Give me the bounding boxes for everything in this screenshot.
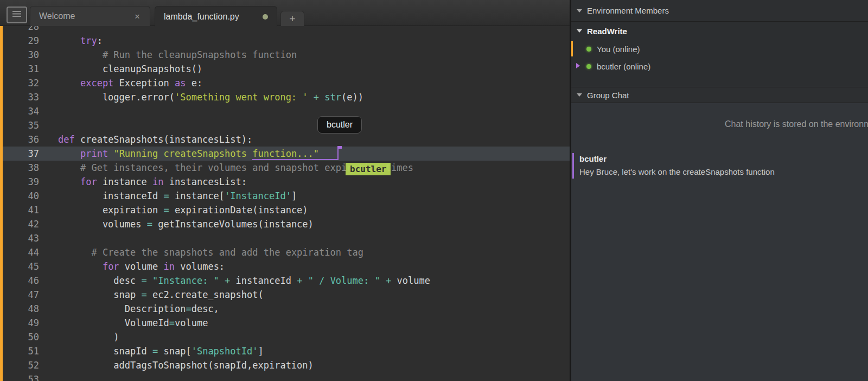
member-name: You (online) xyxy=(597,45,640,54)
chevron-down-icon xyxy=(577,9,582,12)
member-you-bar xyxy=(571,41,573,56)
code-line-53[interactable]: 53 xyxy=(0,372,570,381)
panes-menu-button[interactable] xyxy=(7,7,27,23)
modified-dot-icon xyxy=(263,14,268,20)
code-line-35[interactable]: 35 xyxy=(0,118,570,132)
new-tab-button[interactable]: + xyxy=(280,11,304,27)
collab-cursor-tooltip: bcutler xyxy=(317,116,362,134)
line-number: 47 xyxy=(0,288,42,302)
line-number: 46 xyxy=(0,274,42,288)
code-editor[interactable]: 2829 try:30 # Run the cleanupSnapshots f… xyxy=(0,26,570,381)
line-number: 44 xyxy=(0,245,42,259)
code-text: snap = ec2.create_snapshot( xyxy=(42,288,264,302)
code-line-36[interactable]: 36def createSnapshots(instancesList): xyxy=(0,132,570,147)
code-text: cleanupSnapshots() xyxy=(42,62,202,76)
panel-divider xyxy=(571,75,868,87)
line-number: 53 xyxy=(0,372,42,381)
chat-history[interactable]: Chat history is stored on the environmen… xyxy=(571,103,868,381)
code-line-33[interactable]: 33 logger.error('Something went wrong: '… xyxy=(0,90,570,104)
collaborate-panel: Environment Members ReadWrite You (onlin… xyxy=(570,0,868,381)
panes-icon xyxy=(11,10,22,20)
code-line-34[interactable]: 34 xyxy=(0,104,570,118)
code-line-44[interactable]: 44 # Create the snapshots and add the ex… xyxy=(0,245,570,259)
line-number: 33 xyxy=(0,90,42,104)
collab-cursor-flag xyxy=(337,146,342,149)
line-number: 37 xyxy=(0,147,42,161)
line-number: 41 xyxy=(0,203,42,217)
tab-bar: Welcome × lambda_function.py + xyxy=(0,0,570,26)
code-text xyxy=(42,118,58,132)
code-line-47[interactable]: 47 snap = ec2.create_snapshot( xyxy=(0,288,570,302)
you-collab-stripe xyxy=(0,26,3,381)
code-line-31[interactable]: 31 cleanupSnapshots() xyxy=(0,62,570,76)
member-row-you[interactable]: You (online) xyxy=(571,40,868,58)
line-number: 34 xyxy=(0,104,42,118)
chevron-down-icon xyxy=(577,93,582,97)
group-chat-header[interactable]: Group Chat xyxy=(571,87,868,103)
code-line-30[interactable]: 30 # Run the cleanupSnapshots function xyxy=(0,48,570,62)
collab-cursor-caret xyxy=(337,147,339,160)
code-line-43[interactable]: 43 xyxy=(0,231,570,245)
code-text: desc = "Instance: " + instanceId + " / V… xyxy=(42,274,430,288)
code-text: expiration = expirationDate(instance) xyxy=(42,203,308,217)
online-status-icon xyxy=(586,64,591,69)
code-text xyxy=(42,231,58,245)
chevron-down-icon xyxy=(577,29,582,33)
code-rows: 2829 try:30 # Run the cleanupSnapshots f… xyxy=(0,26,570,381)
chat-message: bcutler Hey Bruce, let's work on the cre… xyxy=(572,153,775,179)
code-line-38[interactable]: 38 # Get instances, their volumes and sn… xyxy=(0,161,570,175)
code-line-28[interactable]: 28 xyxy=(0,26,570,34)
line-number: 52 xyxy=(0,358,42,372)
code-line-52[interactable]: 52 addTagsToSnapshot(snapId,expiration) xyxy=(0,358,570,372)
cloud9-ide: { "tabbar": { "tabs": [ { "label": "Welc… xyxy=(0,0,868,381)
code-text: try: xyxy=(42,34,103,48)
code-text xyxy=(42,104,58,118)
line-number: 50 xyxy=(0,330,42,344)
member-expand-icon[interactable] xyxy=(576,63,580,68)
code-line-51[interactable]: 51 snapId = snap['SnapshotId'] xyxy=(0,344,570,358)
line-number: 39 xyxy=(0,175,42,189)
tab-lambda-function[interactable]: lambda_function.py xyxy=(155,6,277,27)
line-number: 45 xyxy=(0,259,42,274)
code-text: except Exception as e: xyxy=(42,76,202,90)
code-text: for instance in instancesList: xyxy=(42,175,247,189)
member-row-bcutler[interactable]: bcutler (online) xyxy=(571,58,868,75)
collab-cursor-label: bcutler xyxy=(346,163,391,175)
line-number: 43 xyxy=(0,231,42,245)
code-line-32[interactable]: 32 except Exception as e: xyxy=(0,76,570,90)
environment-members-header[interactable]: Environment Members xyxy=(571,0,868,22)
code-line-40[interactable]: 40 instanceId = instance['InstanceId'] xyxy=(0,189,570,203)
line-number: 40 xyxy=(0,189,42,203)
code-line-41[interactable]: 41 expiration = expirationDate(instance) xyxy=(0,203,570,217)
code-line-29[interactable]: 29 try: xyxy=(0,34,570,48)
code-text: logger.error('Something went wrong: ' + … xyxy=(42,90,363,104)
code-text: for volume in volumes: xyxy=(42,259,225,274)
line-number: 29 xyxy=(0,34,42,48)
code-line-46[interactable]: 46 desc = "Instance: " + instanceId + " … xyxy=(0,274,570,288)
code-text: snapId = snap['SnapshotId'] xyxy=(42,344,264,358)
code-line-45[interactable]: 45 for volume in volumes: xyxy=(0,259,570,274)
code-line-39[interactable]: 39 for instance in instancesList: xyxy=(0,175,570,189)
code-line-49[interactable]: 49 VolumeId=volume xyxy=(0,316,570,330)
code-text: VolumeId=volume xyxy=(42,316,208,330)
line-number: 35 xyxy=(0,118,42,132)
chat-message-text: Hey Bruce, let's work on the createSnaps… xyxy=(579,167,775,176)
code-text xyxy=(42,372,58,381)
code-line-50[interactable]: 50 ) xyxy=(0,330,570,344)
tab-welcome[interactable]: Welcome × xyxy=(30,6,150,26)
environment-members-title: Environment Members xyxy=(587,6,669,15)
close-icon[interactable]: × xyxy=(133,11,141,22)
online-status-icon xyxy=(586,47,591,52)
code-text: print "Running createSnapshots function.… xyxy=(42,147,319,161)
readwrite-section-header[interactable]: ReadWrite xyxy=(571,22,868,40)
code-line-48[interactable]: 48 Description=desc, xyxy=(0,302,570,316)
code-text: # Run the cleanupSnapshots function xyxy=(42,48,297,62)
code-text: ) xyxy=(42,330,119,344)
code-line-37[interactable]: 37 print "Running createSnapshots functi… xyxy=(0,147,570,161)
code-text: Description=desc, xyxy=(42,302,219,316)
chat-message-author: bcutler xyxy=(579,154,775,163)
code-line-42[interactable]: 42 volumes = getInstanceVolumes(instance… xyxy=(0,217,570,231)
tab-label: lambda_function.py xyxy=(164,12,257,22)
chat-history-notice: Chat history is stored on the environmen… xyxy=(725,119,868,129)
code-text: # Create the snapshots and add the expir… xyxy=(42,245,363,259)
